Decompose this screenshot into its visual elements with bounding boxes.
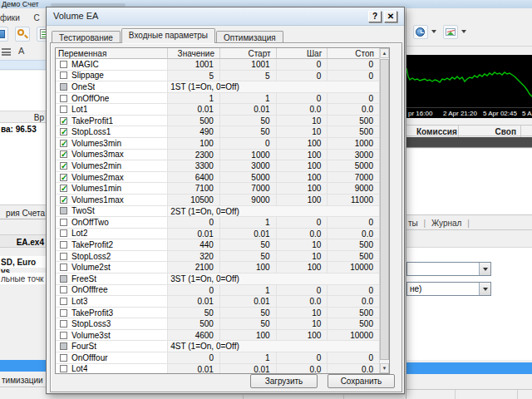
optimize-checkbox[interactable]: ✓ [60, 128, 67, 135]
chevron-down-icon[interactable] [479, 283, 490, 295]
param-stop[interactable]: 0.0 [328, 296, 379, 308]
text-label-icon[interactable]: А [18, 46, 24, 56]
param-start[interactable]: 5000 [220, 172, 277, 184]
param-step[interactable]: 0 [277, 352, 328, 364]
param-step[interactable]: 0 [277, 93, 328, 105]
optimize-checkbox[interactable] [60, 95, 67, 102]
table-row[interactable]: TwoSt2ST (1=On, 0=Off) [56, 206, 379, 218]
param-stop[interactable]: 10000 [328, 262, 379, 273]
table-row[interactable]: Slippage5500 [56, 71, 379, 82]
param-value[interactable]: 5 [168, 71, 220, 82]
param-step[interactable]: 10 [277, 239, 328, 251]
account-history-tab-fragment[interactable]: рия Счета [0, 204, 47, 219]
param-stop[interactable]: 0.0 [328, 104, 379, 116]
param-start[interactable]: 1 [220, 285, 277, 297]
param-step[interactable]: 100 [277, 138, 328, 150]
param-step[interactable]: 0.0 [277, 229, 328, 240]
column-header-variable[interactable]: Переменная [56, 48, 168, 59]
table-row[interactable]: ✓Volumes2max640050001007000 [56, 172, 379, 184]
optimize-checkbox[interactable]: ✓ [60, 150, 67, 158]
param-value[interactable]: 100 [168, 138, 220, 150]
tab-optimization[interactable]: Оптимизация [216, 31, 283, 43]
param-stop[interactable]: 500 [328, 239, 379, 251]
param-value[interactable]: 0 [168, 352, 220, 364]
param-value[interactable]: 50 [168, 308, 220, 319]
optimize-checkbox[interactable] [60, 332, 67, 339]
param-value[interactable]: 0.01 [168, 364, 220, 373]
param-value[interactable]: 0 [168, 217, 220, 229]
chevron-down-icon[interactable] [461, 30, 466, 33]
close-button[interactable]: ✕ [384, 11, 397, 22]
table-row[interactable]: OnOffOne1100 [56, 93, 379, 105]
table-row[interactable]: ✓StopLoss14905010500 [56, 126, 379, 138]
list-icon[interactable] [2, 48, 11, 56]
param-step[interactable]: 0 [277, 217, 328, 229]
param-stop[interactable]: 0 [328, 285, 379, 297]
param-step[interactable]: 100 [277, 183, 328, 195]
column-header-commission[interactable]: Комиссия [416, 127, 454, 136]
param-step[interactable]: 0 [277, 71, 328, 82]
param-start[interactable]: 1 [220, 93, 277, 105]
optimize-checkbox[interactable] [60, 61, 67, 68]
param-value[interactable]: 7100 [168, 183, 220, 195]
optimize-checkbox[interactable] [60, 309, 67, 317]
param-step[interactable]: 100 [277, 262, 328, 273]
tab-results-fragment[interactable]: ты [408, 219, 418, 228]
table-row[interactable]: Volume3st460010010010000 [56, 330, 379, 342]
param-start[interactable]: 1001 [220, 59, 277, 71]
table-row[interactable]: ✓Volumes3max230010001003000 [56, 150, 379, 161]
param-step[interactable]: 100 [277, 330, 328, 342]
param-value[interactable]: 500 [168, 318, 220, 330]
param-step[interactable]: 100 [277, 172, 328, 184]
param-stop[interactable]: 500 [328, 308, 379, 319]
optimize-checkbox[interactable] [60, 264, 67, 271]
param-start[interactable]: 1 [220, 352, 277, 364]
param-start[interactable]: 3000 [220, 160, 277, 172]
param-value[interactable]: 1 [168, 93, 220, 105]
optimize-checkbox[interactable]: ✓ [60, 196, 67, 204]
param-stop[interactable]: 500 [328, 116, 379, 127]
param-step[interactable]: 0.0 [277, 104, 328, 116]
selected-row-highlight-right[interactable] [406, 362, 532, 374]
table-row[interactable]: Volume2st210010010010000 [56, 262, 379, 273]
optimize-checkbox[interactable]: ✓ [60, 117, 67, 125]
param-stop[interactable]: 0 [328, 93, 379, 105]
optimize-checkbox[interactable]: ✓ [60, 162, 67, 170]
param-step[interactable]: 10 [277, 126, 328, 138]
scroll-up-icon[interactable]: ▲ [380, 48, 389, 58]
param-start[interactable]: 50 [220, 308, 277, 319]
column-header-step[interactable]: Шаг [277, 48, 328, 59]
tab-journal[interactable]: Журнал [431, 219, 462, 228]
table-scrollbar[interactable]: ▲ ▼ [379, 48, 389, 373]
param-start[interactable]: 0 [220, 138, 277, 150]
menu-item-charts-fragment[interactable]: фики [0, 13, 20, 22]
param-start[interactable]: 0.01 [220, 104, 277, 116]
results-table-header[interactable]: Комиссия Своп [406, 125, 532, 136]
menu-bar-fragment[interactable]: фики С [0, 13, 47, 25]
param-start[interactable]: 50 [220, 116, 277, 127]
param-step[interactable]: 10 [277, 116, 328, 127]
model-combobox[interactable]: не) [406, 282, 491, 296]
param-value[interactable]: 3300 [168, 160, 220, 172]
table-row[interactable]: FourSt4ST (1=On, 0=Off) [56, 341, 379, 352]
table-row[interactable]: Lot30.010.010.00.0 [56, 296, 379, 308]
param-value[interactable]: 1001 [168, 59, 220, 71]
param-start[interactable]: 100 [220, 262, 277, 273]
table-row[interactable]: OnOfffree0100 [56, 285, 379, 297]
table-row[interactable]: ✓Volumes3min10001001000 [56, 138, 379, 150]
toolbar-button[interactable] [0, 27, 8, 42]
table-row[interactable]: StopLoss35005010500 [56, 318, 379, 330]
param-start[interactable]: 50 [220, 239, 277, 251]
param-value[interactable]: 0.01 [168, 296, 220, 308]
zoom-button[interactable] [15, 27, 30, 42]
optimize-checkbox[interactable] [60, 219, 67, 226]
param-value[interactable]: 500 [168, 116, 220, 127]
param-step[interactable]: 0.0 [277, 364, 328, 373]
param-stop[interactable]: 0 [328, 352, 379, 364]
param-value[interactable]: 4600 [168, 330, 220, 342]
param-start[interactable]: 0.01 [220, 296, 277, 308]
optimize-checkbox[interactable] [60, 365, 67, 372]
table-row[interactable]: ✓Volumes1max10500900010011000 [56, 195, 379, 206]
param-step[interactable]: 0 [277, 285, 328, 297]
param-stop[interactable]: 500 [328, 126, 379, 138]
